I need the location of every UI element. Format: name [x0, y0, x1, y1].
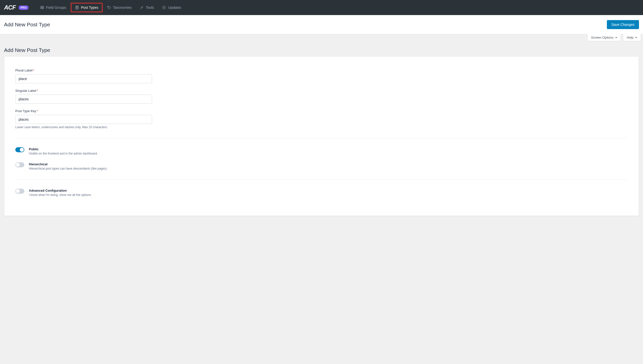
divider	[15, 138, 628, 138]
plural-label: Plural Label*	[15, 68, 152, 72]
help-button[interactable]: Help ▼	[623, 34, 641, 41]
advanced-desc: I know what I'm doing, show me all the o…	[29, 193, 92, 197]
public-toggle[interactable]	[15, 147, 24, 152]
content-heading: Add New Post Type	[0, 41, 643, 56]
top-nav: ACF PRO Field Groups Post Types Taxonomi…	[0, 0, 643, 15]
svg-rect-2	[41, 8, 44, 9]
nav-label: Post Types	[81, 6, 98, 10]
nav-updates[interactable]: Updates	[159, 3, 185, 12]
svg-rect-1	[41, 7, 44, 8]
advanced-title: Advanced Configuration	[29, 189, 92, 192]
chevron-down-icon: ▼	[635, 36, 637, 39]
hierarchical-title: Hierarchical	[29, 162, 108, 166]
toggle-row-public: Public Visible on the frontend and in th…	[15, 147, 628, 155]
screen-options-button[interactable]: Screen Options ▼	[587, 34, 621, 41]
nav-taxonomies[interactable]: Taxonomies	[104, 3, 135, 12]
tag-icon	[107, 6, 111, 10]
nav-post-types[interactable]: Post Types	[71, 3, 103, 12]
form-card: Plural Label* Singular Label* Post Type …	[4, 56, 639, 216]
key-label: Post Type Key*	[15, 109, 152, 113]
nav-field-groups[interactable]: Field Groups	[37, 3, 70, 12]
save-button[interactable]: Save Changes	[607, 20, 639, 29]
plural-input[interactable]	[15, 74, 152, 83]
nav-label: Field Groups	[46, 6, 66, 10]
sub-toolbar: Screen Options ▼ Help ▼	[0, 34, 643, 41]
svg-point-6	[108, 7, 108, 7]
page-title: Add New Post Type	[4, 22, 50, 28]
nav-label: Tools	[146, 6, 154, 10]
chevron-down-icon: ▼	[615, 36, 617, 39]
list-icon	[40, 6, 44, 10]
field-plural-label: Plural Label*	[15, 68, 152, 83]
nav-tools[interactable]: Tools	[136, 3, 158, 12]
singular-label: Singular Label*	[15, 89, 152, 93]
field-post-type-key: Post Type Key* Lower case letters, under…	[15, 109, 152, 129]
nav-label: Taxonomies	[113, 6, 132, 10]
key-input[interactable]	[15, 115, 152, 124]
download-icon	[162, 6, 166, 10]
singular-input[interactable]	[15, 95, 152, 104]
pro-badge: PRO	[19, 6, 28, 10]
screen-options-label: Screen Options	[591, 36, 614, 39]
document-icon	[75, 6, 79, 10]
key-help-text: Lower case letters, underscores and dash…	[15, 125, 152, 129]
brand-logo: ACF	[4, 4, 16, 11]
nav-label: Updates	[168, 6, 181, 10]
tools-icon	[140, 6, 144, 10]
public-desc: Visible on the frontend and in the admin…	[29, 152, 98, 155]
public-title: Public	[29, 147, 98, 151]
page-header: Add New Post Type Save Changes	[0, 15, 643, 34]
field-singular-label: Singular Label*	[15, 89, 152, 104]
svg-rect-0	[41, 6, 44, 7]
toggle-row-hierarchical: Hierarchical Hierarchical post types can…	[15, 162, 628, 170]
toggle-row-advanced: Advanced Configuration I know what I'm d…	[15, 189, 628, 197]
help-label: Help	[627, 36, 633, 39]
hierarchical-toggle[interactable]	[15, 162, 24, 167]
hierarchical-desc: Hierarchical post types can have descend…	[29, 167, 108, 170]
advanced-toggle[interactable]	[15, 189, 24, 194]
divider	[15, 179, 628, 180]
